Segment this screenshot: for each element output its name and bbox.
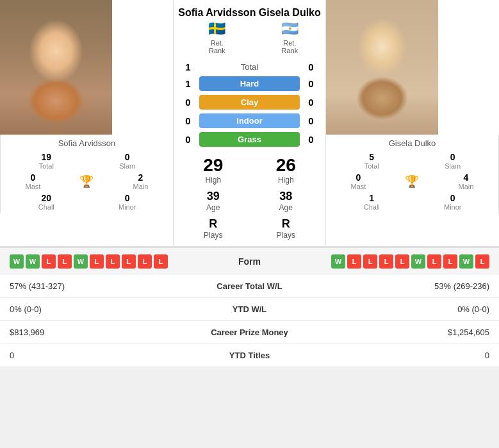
center-right-plays: R Plays [277, 217, 295, 240]
grass-right: 0 [300, 134, 322, 145]
player-left-slam: 0 Slam [87, 152, 168, 170]
hard-surface: Hard [199, 76, 300, 91]
player-right-name-bottom: Gisela Dulko [326, 135, 499, 149]
player-left-main: 2 Main [133, 172, 149, 190]
stats-row-0: 57% (431-327) Career Total W/L 53% (269-… [0, 275, 499, 298]
form-section: WWLLWLLLLL Form WLLLLWLLWL [0, 247, 499, 275]
player-right-chall: 1 Chall [331, 193, 413, 211]
player-left-minor: 0 Minor [87, 193, 168, 211]
main-container: Sofia Arvidsson 19 Total 0 Slam 0 [0, 0, 499, 367]
player-right-mast: 0 Mast [351, 172, 366, 190]
form-badge-right-l: L [427, 254, 441, 269]
match-total-right: 0 [300, 62, 322, 72]
form-badge-left-l: L [106, 254, 120, 269]
grass-surface: Grass [199, 132, 300, 147]
form-badge-right-l: L [395, 254, 409, 269]
player-right-photo [326, 0, 438, 135]
clay-right: 0 [300, 97, 322, 108]
match-total-left: 1 [177, 62, 199, 72]
player-left-mast: 0 Mast [26, 172, 41, 190]
stats-row-1: 0% (0-0) YTD W/L 0% (0-0) [0, 298, 499, 321]
center-right-age: 38 Age [279, 190, 293, 212]
player-right-main: 4 Main [459, 172, 474, 190]
match-indoor-row: 0 Indoor 0 [177, 113, 322, 128]
stats-right-2: $1,254,605 [332, 321, 499, 344]
center-right-flag: 🇦🇷 [259, 21, 321, 37]
clay-left: 0 [177, 97, 199, 108]
player-right-stats: 5 Total 0 Slam 0 Mast 🏆 [326, 149, 499, 213]
match-total-label: Total [199, 62, 300, 72]
form-badge-left-l: L [138, 254, 152, 269]
player-left-total: 19 Total [6, 152, 87, 170]
hard-right: 0 [300, 78, 322, 89]
form-badge-left-w: W [26, 254, 40, 269]
clay-surface: Clay [199, 95, 300, 110]
match-clay-row: 0 Clay 0 [177, 95, 322, 110]
center-column: Sofia Arvidsson 🇸🇪 Ret.Rank Gisela Dulko… [173, 0, 326, 246]
center-left-plays: R Plays [204, 217, 222, 240]
form-badge-right-l: L [347, 254, 361, 269]
stats-right-3: 0 [332, 344, 499, 367]
form-badge-right-l: L [475, 254, 489, 269]
form-badge-left-l: L [90, 254, 104, 269]
hard-left: 1 [177, 78, 199, 89]
trophy-icon-right: 🏆 [405, 174, 419, 188]
form-label: Form [238, 256, 261, 267]
form-badge-left-l: L [58, 254, 72, 269]
stats-center-0: Career Total W/L [167, 275, 333, 298]
player-right-block: Gisela Dulko 5 Total 0 Slam 0 M [326, 0, 499, 246]
stats-center-1: YTD W/L [167, 298, 333, 321]
stats-row-3: 0 YTD Titles 0 [0, 344, 499, 367]
form-badge-left-l: L [122, 254, 136, 269]
center-right-rank-label: Ret.Rank [259, 39, 321, 54]
stats-center-2: Career Prize Money [167, 321, 333, 344]
form-badge-right-w: W [459, 254, 473, 269]
form-badge-left-w: W [74, 254, 88, 269]
grass-left: 0 [177, 134, 199, 145]
stats-left-1: 0% (0-0) [0, 298, 167, 321]
center-right-player: Gisela Dulko 🇦🇷 Ret.Rank [259, 6, 321, 54]
player-right-total: 5 Total [331, 152, 413, 170]
stats-row-2: $813,969 Career Prize Money $1,254,605 [0, 321, 499, 344]
match-total-row: 1 Total 0 [177, 62, 322, 72]
center-left-age: 39 Age [206, 190, 220, 212]
form-badges-left: WWLLWLLLLL [10, 254, 168, 269]
form-badge-left-l: L [42, 254, 56, 269]
match-grass-row: 0 Grass 0 [177, 132, 322, 147]
player-right-minor: 0 Minor [413, 193, 494, 211]
center-left-high: 29 High [203, 155, 223, 185]
top-row: Sofia Arvidsson 19 Total 0 Slam 0 [0, 0, 499, 247]
form-badge-left-l: L [154, 254, 168, 269]
player-right-slam: 0 Slam [413, 152, 494, 170]
player-left-name-bottom: Sofia Arvidsson [0, 135, 173, 149]
form-badge-right-l: L [443, 254, 457, 269]
stats-left-3: 0 [0, 344, 167, 367]
form-badge-right-w: W [331, 254, 345, 269]
center-left-player: Sofia Arvidsson 🇸🇪 Ret.Rank [178, 6, 256, 54]
stats-table: 57% (431-327) Career Total W/L 53% (269-… [0, 275, 499, 367]
center-right-name: Gisela Dulko [259, 6, 321, 19]
stats-right-0: 53% (269-236) [332, 275, 499, 298]
trophy-icon-left: 🏆 [79, 174, 94, 188]
stats-left-0: 57% (431-327) [0, 275, 167, 298]
stats-center-3: YTD Titles [167, 344, 333, 367]
center-left-rank-label: Ret.Rank [178, 39, 256, 54]
form-badge-right-w: W [411, 254, 425, 269]
indoor-surface: Indoor [199, 113, 300, 128]
indoor-left: 0 [177, 115, 199, 126]
form-badge-right-l: L [363, 254, 377, 269]
player-left-stats: 19 Total 0 Slam 0 Mast 🏆 [0, 149, 173, 213]
form-badge-right-l: L [379, 254, 393, 269]
stats-left-2: $813,969 [0, 321, 167, 344]
stats-right-1: 0% (0-0) [332, 298, 499, 321]
form-badges-right: WLLLLWLLWL [331, 254, 489, 269]
player-left-block: Sofia Arvidsson 19 Total 0 Slam 0 [0, 0, 173, 246]
center-left-flag: 🇸🇪 [178, 21, 256, 37]
center-left-name: Sofia Arvidsson [178, 6, 256, 19]
match-hard-row: 1 Hard 0 [177, 76, 322, 91]
player-left-chall: 20 Chall [6, 193, 87, 211]
center-right-high: 26 High [276, 155, 296, 185]
form-badge-left-w: W [10, 254, 24, 269]
indoor-right: 0 [300, 115, 322, 126]
player-left-photo [0, 0, 112, 135]
